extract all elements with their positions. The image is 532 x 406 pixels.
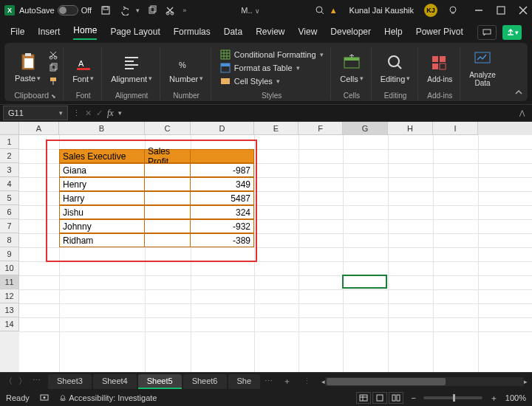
sheet-tab[interactable]: Sheet5 (138, 374, 182, 389)
row-header[interactable]: 11 (0, 275, 19, 289)
expand-formula-bar-icon[interactable]: ⋀ (519, 109, 525, 117)
table-header[interactable]: Sales Executive (59, 149, 145, 163)
table-cell[interactable]: Johnny (59, 219, 145, 233)
next-sheet-icon[interactable]: 〉 (18, 376, 27, 387)
row-header[interactable]: 10 (0, 261, 19, 275)
autosave-toggle[interactable]: AutoSave Off (19, 5, 92, 16)
analyze-data-button[interactable]: Analyze Data (466, 47, 499, 89)
column-header[interactable]: C (145, 122, 191, 135)
tab-insert[interactable]: Insert (38, 27, 60, 40)
row-header[interactable]: 1 (0, 135, 19, 149)
row-header[interactable]: 2 (0, 149, 19, 163)
table-cell[interactable]: -932 (190, 219, 254, 233)
editing-button[interactable]: Editing▾ (378, 51, 414, 85)
macro-recorder-icon[interactable] (40, 393, 49, 403)
tab-home[interactable]: Home (73, 25, 97, 40)
sheet-tab[interactable]: She (228, 374, 261, 389)
normal-view-icon[interactable] (356, 392, 371, 404)
enter-icon[interactable]: ✓ (96, 109, 103, 118)
sheet-tab[interactable]: Sheet6 (183, 374, 227, 389)
paste-button[interactable]: Paste▾ (12, 50, 44, 84)
row-header[interactable]: 8 (0, 233, 19, 247)
cut-icon[interactable] (48, 49, 58, 60)
table-cell[interactable] (144, 219, 191, 233)
row-header[interactable]: 14 (0, 317, 19, 331)
tab-review[interactable]: Review (256, 27, 284, 40)
column-header[interactable]: H (388, 122, 433, 135)
more-icon[interactable]: » (183, 7, 186, 14)
format-painter-icon[interactable] (48, 76, 58, 86)
page-break-view-icon[interactable] (389, 392, 403, 404)
zoom-out-icon[interactable]: − (411, 393, 415, 402)
table-cell[interactable] (144, 177, 191, 191)
dialog-launcher-icon[interactable]: ⬊ (51, 93, 56, 100)
new-sheet-button[interactable]: ＋ (277, 376, 297, 387)
worksheet-grid[interactable]: ABCDEFGHI 1234567891011121314 Sales Exec… (0, 122, 532, 372)
maximize-icon[interactable] (497, 6, 505, 15)
more-sheets-icon[interactable]: ⋯ (33, 376, 41, 387)
tab-view[interactable]: View (299, 27, 318, 40)
row-header[interactable]: 13 (0, 303, 19, 317)
table-header[interactable] (190, 149, 254, 163)
number-button[interactable]: % Number▾ (166, 51, 206, 85)
table-cell[interactable] (144, 205, 191, 219)
tab-formulas[interactable]: Formulas (174, 27, 211, 40)
tab-power-pivot[interactable]: Power Pivot (416, 27, 463, 40)
more-sheets-icon[interactable]: ⋯ (262, 376, 276, 386)
table-cell[interactable]: Giana (59, 163, 145, 177)
tab-developer[interactable]: Developer (330, 27, 371, 40)
cancel-icon[interactable]: ✕ (85, 109, 92, 118)
undo-icon[interactable] (118, 5, 129, 16)
row-header[interactable]: 7 (0, 219, 19, 233)
conditional-formatting-button[interactable]: Conditional Formatting▾ (219, 49, 325, 61)
font-button[interactable]: A Font▾ (69, 51, 97, 85)
copy-icon[interactable] (48, 63, 58, 73)
table-cell[interactable]: -987 (190, 163, 254, 177)
zoom-in-icon[interactable]: ＋ (490, 393, 498, 404)
table-cell[interactable] (144, 163, 191, 177)
selected-cell[interactable] (342, 275, 387, 289)
cells-button[interactable]: Cells▾ (337, 51, 366, 85)
lightbulb-icon[interactable] (448, 5, 458, 16)
table-cell[interactable]: Jishu (59, 205, 145, 219)
table-cell[interactable] (144, 191, 191, 205)
table-cell[interactable]: Ridham (59, 233, 145, 247)
alignment-button[interactable]: Alignment▾ (108, 51, 155, 85)
zoom-slider[interactable] (423, 396, 482, 399)
fx-icon[interactable]: fx (107, 108, 114, 119)
row-header[interactable]: 6 (0, 205, 19, 219)
column-header[interactable]: F (299, 122, 343, 135)
addins-button[interactable]: Add-ins (424, 52, 455, 85)
page-layout-view-icon[interactable] (372, 392, 387, 404)
table-cell[interactable]: 324 (190, 205, 254, 219)
cell-styles-button[interactable]: Cell Styles▾ (219, 75, 325, 87)
column-header[interactable]: A (19, 122, 59, 135)
cut-icon[interactable] (165, 5, 175, 16)
user-name[interactable]: Kunal Jai Kaushik (349, 6, 414, 15)
table-cell[interactable]: Harry (59, 191, 145, 205)
table-cell[interactable]: 349 (190, 177, 254, 191)
table-cell[interactable]: 5487 (190, 191, 254, 205)
tab-help[interactable]: Help (384, 27, 403, 40)
row-header[interactable]: 4 (0, 177, 19, 191)
share-button[interactable]: ▾ (502, 25, 522, 40)
collapse-ribbon-icon[interactable] (514, 88, 523, 98)
row-header[interactable]: 12 (0, 289, 19, 303)
formula-bar[interactable] (126, 106, 511, 120)
table-cell[interactable] (144, 233, 191, 247)
name-box[interactable]: G11▾ (3, 106, 68, 120)
table-header[interactable]: Sales Profit (144, 149, 191, 163)
row-header[interactable]: 9 (0, 247, 19, 261)
close-icon[interactable] (519, 6, 528, 15)
column-header[interactable]: E (254, 122, 299, 135)
zoom-level[interactable]: 100% (505, 393, 526, 402)
format-as-table-button[interactable]: Format as Table▾ (219, 62, 325, 74)
column-header[interactable]: B (59, 122, 145, 135)
copy-icon[interactable] (147, 5, 157, 16)
horizontal-scrollbar[interactable]: ◂ ▸ (321, 377, 528, 386)
tab-page-layout[interactable]: Page Layout (110, 27, 160, 40)
table-cell[interactable]: Henry (59, 177, 145, 191)
user-avatar[interactable]: KJ (424, 4, 437, 17)
column-header[interactable]: D (191, 122, 254, 135)
sheet-tab[interactable]: Sheet4 (93, 374, 137, 389)
